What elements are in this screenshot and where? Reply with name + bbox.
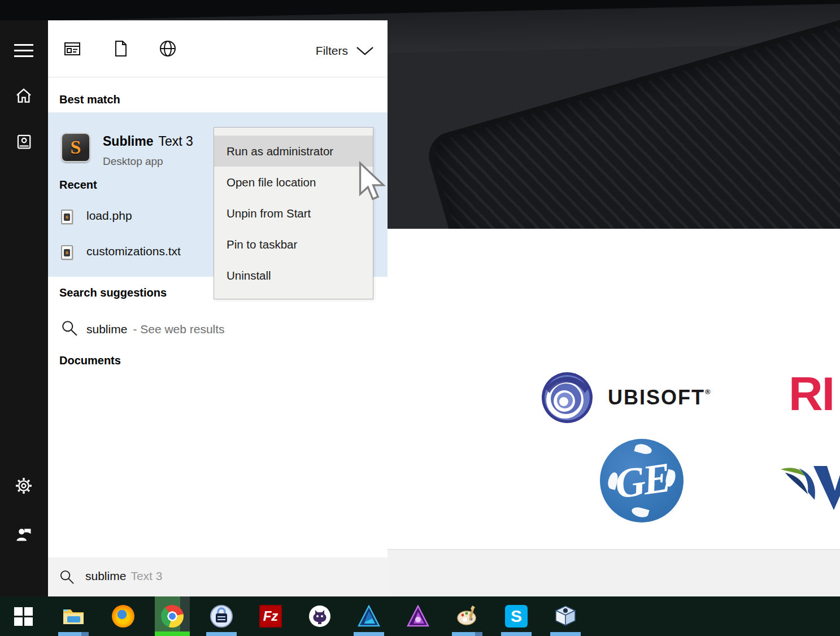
header-divider: [48, 77, 388, 77]
taskbar-indicator: [550, 632, 581, 636]
home-icon[interactable]: [14, 86, 33, 106]
web-suggestion-item[interactable]: sublime- See web results: [48, 317, 388, 345]
taskbar-paint[interactable]: [450, 596, 485, 636]
skype-icon: S: [505, 605, 528, 628]
notebook-icon[interactable]: [14, 132, 33, 151]
menu-item-pin-to-taskbar[interactable]: Pin to taskbar: [214, 229, 373, 260]
sublime-text-icon: S: [61, 133, 90, 162]
taskbar-indicator: [354, 632, 384, 636]
taskbar-skype[interactable]: S: [499, 596, 534, 636]
ubisoft-logo-text: UBISOFT®: [608, 386, 712, 410]
search-icon: [59, 569, 75, 585]
chevron-down-icon: [356, 46, 374, 56]
taskbar-indicator: [206, 632, 237, 636]
firefox-icon: [112, 605, 134, 628]
menu-item-uninstall[interactable]: Uninstall: [214, 260, 373, 291]
ge-monogram: GE: [612, 453, 672, 508]
recent-item-label: load.php: [86, 209, 132, 223]
best-match-title: SublimeText 3: [103, 134, 193, 149]
menu-item-run-as-administrator[interactable]: Run as administrator: [214, 136, 373, 167]
red-partial-logo: RI: [789, 370, 840, 421]
filters-label: Filters: [316, 44, 348, 58]
taskbar-indicator: [452, 632, 482, 636]
recent-heading: Recent: [59, 178, 97, 191]
taskbar-affinity-photo[interactable]: [401, 596, 436, 636]
ge-swirl: [630, 506, 649, 519]
search-input[interactable]: sublimeText 3: [48, 557, 388, 596]
file-explorer-icon: [62, 605, 85, 628]
apps-tab-icon[interactable]: [63, 40, 81, 58]
desktop: UBISOFT® RI GE: [0, 0, 840, 636]
filters-dropdown[interactable]: Filters: [316, 44, 374, 58]
taskbar-github[interactable]: [302, 596, 337, 636]
taskbar: Fz: [0, 596, 840, 636]
github-icon: [308, 605, 331, 628]
chrome-icon: [161, 605, 184, 628]
taskbar-keepass[interactable]: [204, 596, 239, 636]
menu-item-unpin-from-start[interactable]: Unpin from Start: [214, 198, 373, 229]
recent-item-label: customizations.txt: [86, 245, 181, 258]
web-tab-icon[interactable]: [159, 40, 177, 58]
sublime-file-icon: s: [61, 245, 73, 260]
ge-logo: GE: [600, 439, 684, 522]
keepass-icon: [210, 605, 233, 628]
taskbar-firefox[interactable]: [106, 596, 141, 636]
ubisoft-logo-icon: [541, 372, 593, 424]
mouse-cursor: [357, 160, 386, 205]
partial-corner-logo: [780, 465, 840, 510]
best-match-subtitle: Desktop app: [103, 155, 163, 168]
search-sidebar: [0, 20, 48, 596]
filezilla-icon: Fz: [259, 605, 282, 628]
menu-item-open-file-location[interactable]: Open file location: [214, 167, 373, 198]
start-button[interactable]: [6, 596, 41, 636]
search-icon: [61, 320, 78, 337]
menu-icon[interactable]: [14, 41, 33, 60]
taskbar-affinity-designer[interactable]: [351, 596, 386, 636]
taskbar-indicator: [501, 632, 532, 636]
context-menu: Run as administrator Open file location …: [214, 127, 373, 299]
settings-gear-icon[interactable]: [14, 476, 33, 495]
affinity-photo-icon: [407, 605, 429, 628]
taskbar-chrome-active[interactable]: [155, 596, 190, 636]
sublime-file-icon: s: [61, 210, 73, 224]
paint-palette-icon: [456, 605, 478, 628]
search-panel: Filters Best match S SublimeText 3 Deskt…: [48, 20, 388, 596]
documents-heading: Documents: [59, 354, 121, 367]
feedback-icon[interactable]: [14, 524, 33, 543]
taskbar-indicator: [58, 632, 89, 636]
search-suggestions-heading: Search suggestions: [59, 286, 167, 299]
taskbar-filezilla[interactable]: Fz: [253, 596, 288, 636]
best-match-heading: Best match: [59, 93, 120, 106]
affinity-designer-icon: [358, 605, 380, 628]
taskbar-active-indicator: [155, 631, 190, 636]
virtualbox-icon: [554, 605, 577, 628]
taskbar-virtualbox[interactable]: [548, 596, 583, 636]
taskbar-file-explorer[interactable]: [56, 596, 91, 636]
documents-tab-icon[interactable]: [111, 40, 129, 58]
search-input-value: sublimeText 3: [85, 569, 162, 583]
suggestion-text: sublime- See web results: [86, 323, 225, 336]
windows-logo-icon: [14, 607, 33, 626]
ge-swirl: [634, 442, 652, 455]
